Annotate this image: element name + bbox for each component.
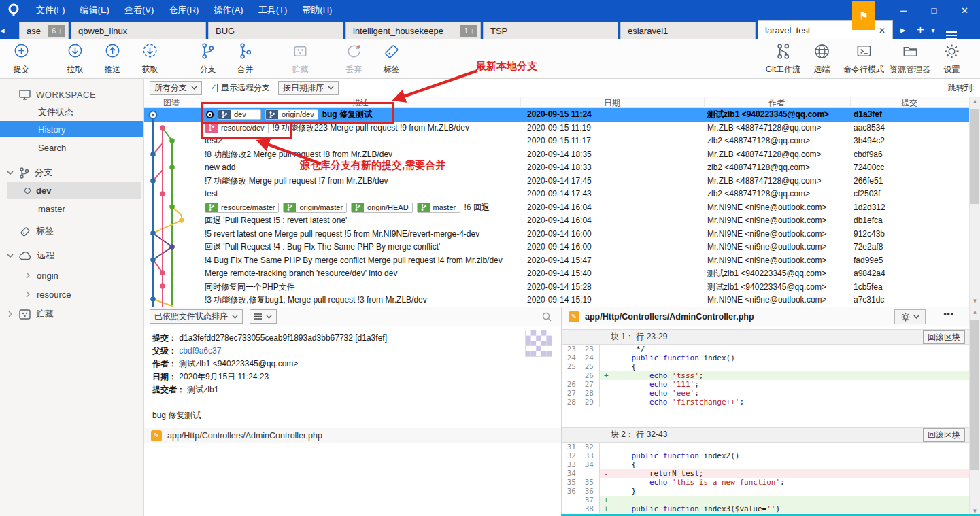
tab-tsp[interactable]: TSP (483, 22, 618, 39)
menu-file[interactable]: 文件(F) (29, 0, 73, 20)
commit-row[interactable]: resource/masterorigin/masterorigin/HEADm… (144, 201, 969, 215)
commit-row[interactable]: !7 功能修改 Merge pull request !7 from Mr.ZL… (144, 175, 969, 188)
tab-eslaravel1[interactable]: eslaravel1 (620, 22, 756, 39)
author-avatar (525, 330, 552, 357)
show-remote-checkbox[interactable]: ✓ (209, 84, 218, 92)
sidebar-remote-resource[interactable]: resource (0, 287, 143, 302)
diff-scrollbar[interactable]: ∧ ∨ (969, 307, 980, 516)
menu-help[interactable]: 帮助(H) (294, 0, 339, 20)
menu-view[interactable]: 查看(V) (117, 0, 161, 20)
sort-select[interactable]: 按日期排序 (278, 81, 339, 95)
commit-row[interactable]: 回退 'Pull Request !4 : Bug FIx The Same P… (144, 241, 969, 254)
commit-row[interactable]: Merge remote-tracking branch 'resource/d… (144, 267, 969, 281)
column-commit[interactable]: 提交 (901, 97, 917, 109)
column-author[interactable]: 作者 (768, 97, 785, 109)
commit-date: 2020-09-15 11:24 (520, 108, 704, 122)
diff-block-title: 块 1： 行 23-29 (611, 332, 667, 341)
commit-row[interactable]: 同时修复同一个PHP文件2020-09-14 15:28测试zlb1 <9402… (144, 281, 969, 294)
tab-scroll-left-icon[interactable]: ◂ (0, 20, 5, 39)
commit-date: 2020-09-14 16:04 (520, 214, 704, 228)
branch-badge-origin-dev[interactable]: origin/dev (265, 109, 318, 120)
more-options-button[interactable]: ••• (943, 309, 954, 319)
pull-button[interactable]: 拉取 (56, 40, 94, 78)
tag-button[interactable]: 标签 (373, 40, 410, 78)
sidebar-branch-dev[interactable]: dev (7, 182, 141, 199)
branch-badge-origin-head[interactable]: origin/HEAD (351, 203, 413, 213)
tab-intelligent-housekeepe[interactable]: intelligent_housekeepe1 ↓ (345, 22, 481, 39)
scroll-up-icon[interactable]: ∧ (970, 307, 980, 318)
branch-button[interactable]: 分支 (189, 40, 226, 78)
merge-button[interactable]: 合并 (226, 40, 264, 78)
commit-row[interactable]: resource/dev!9 功能修改223 Merge pull reques… (144, 122, 969, 135)
commit-row[interactable]: 回退 'Pull Request !5 : revert latest one'… (144, 214, 969, 228)
changed-file-row[interactable]: ✎ app/Http/Controllers/AdminController.p… (144, 428, 561, 443)
commit-row[interactable]: test22020-09-15 11:17zlb2 <488747128@qq.… (144, 135, 969, 148)
sidebar-remote-origin[interactable]: origin (0, 268, 143, 283)
settings-button[interactable]: 设置 (933, 40, 970, 78)
sidebar-section-remotes[interactable]: 远程 (0, 247, 143, 264)
tab-close-icon[interactable]: ✕ (879, 26, 885, 35)
rollback-block-button[interactable]: 回滚区块 (923, 330, 965, 344)
rollback-block-button[interactable]: 回滚区块 (923, 428, 965, 442)
branch-filter-select[interactable]: 所有分支 (150, 81, 202, 95)
maximize-button[interactable]: □ (919, 0, 949, 20)
terminal-button[interactable]: 命令行模式 (841, 40, 887, 78)
flag-button[interactable]: ⚑ (852, 1, 875, 30)
push-button[interactable]: 推送 (94, 40, 131, 78)
menu-repository[interactable]: 仓库(R) (161, 0, 206, 20)
menu-tools[interactable]: 工具(T) (251, 0, 295, 20)
discard-icon (345, 42, 363, 63)
column-description[interactable]: 描述 (352, 97, 369, 109)
tab-ase[interactable]: ase6 ↓ (19, 22, 69, 39)
menu-actions[interactable]: 操作(A) (206, 0, 250, 20)
branch-badge-master[interactable]: master (417, 203, 460, 213)
sidebar-item-history[interactable]: History (0, 121, 143, 137)
commit-row[interactable]: test2020-09-14 17:43zlb2 <488747128@qq.c… (144, 188, 969, 201)
tab-scroll-right-icon[interactable]: ▸ (895, 20, 911, 39)
sidebar-section-branches[interactable]: 分支 (0, 165, 143, 181)
new-tab-button[interactable]: + (911, 20, 930, 39)
tab-bug[interactable]: BUG (208, 22, 343, 39)
sidebar-item-search[interactable]: Search (0, 140, 143, 155)
commit-row[interactable]: !5 revert latest one Merge pull request … (144, 228, 969, 241)
tab-qbweb-linux[interactable]: qbweb_linux (71, 22, 206, 39)
commit-row[interactable]: !8 功能修改2 Merge pull request !8 from Mr.Z… (144, 148, 969, 162)
sidebar-item-file-status[interactable]: 文件状态 (0, 105, 143, 120)
menu-edit[interactable]: 编辑(E) (73, 0, 117, 20)
file-sort-select[interactable]: 已依照文件状态排序 (150, 309, 243, 324)
branch-badge-origin-master[interactable]: origin/master (283, 203, 347, 213)
changed-file-path: app/Http/Controllers/AdminController.php (167, 431, 322, 441)
remote-button[interactable]: 远端 (803, 40, 841, 78)
commit-list-scrollbar[interactable]: ∧ ∨ (969, 97, 980, 307)
commit-row[interactable]: new add2020-09-14 18:33zlb2 <488747128@q… (144, 161, 969, 175)
branch-badge-resource-dev[interactable]: resource/dev (205, 123, 269, 133)
commit-row[interactable]: devorigin/devbug 修复测试2020-09-15 11:24测试z… (144, 108, 969, 122)
commit-row[interactable]: !3 功能修改,修复bug1; Merge pull request !3 fr… (144, 294, 969, 307)
sidebar-section-stash[interactable]: 贮藏 (0, 306, 143, 322)
sidebar-branch-master[interactable]: master (0, 201, 143, 216)
workflow-button[interactable]: Git工作流 (763, 40, 803, 78)
parent-commit-link[interactable]: cbdf9a6c37 (179, 346, 221, 356)
explorer-button[interactable]: 资源管理器 (887, 40, 933, 78)
column-date[interactable]: 日期 (604, 97, 620, 109)
hamburger-menu-icon[interactable] (946, 31, 957, 39)
tab-dropdown-icon[interactable]: ▾ (930, 20, 936, 39)
commit-date: 2020-09-15 11:19 (520, 122, 704, 135)
branch-badge-label: resource/dev (218, 124, 268, 133)
scroll-down-icon[interactable]: ∨ (970, 296, 980, 307)
minimize-button[interactable]: ─ (888, 0, 919, 20)
sidebar-section-tags[interactable]: 标签 (0, 223, 143, 239)
scroll-up-icon[interactable]: ∧ (970, 97, 980, 107)
view-mode-select[interactable] (250, 309, 277, 324)
commit-row[interactable]: !4 Bug FIx The Same PHP By merge conflic… (144, 254, 969, 268)
diff-options-button[interactable] (894, 309, 926, 324)
branch-badge-dev[interactable]: dev (218, 109, 261, 120)
scrollbar-thumb[interactable] (970, 109, 979, 204)
close-button[interactable]: ✕ (949, 0, 980, 20)
commit-button[interactable]: 提交 (3, 40, 40, 78)
fetch-button[interactable]: 获取 (131, 40, 169, 78)
scrollbar-thumb[interactable] (970, 320, 979, 470)
column-graph[interactable]: 图谱 (163, 97, 180, 109)
branch-badge-resource-master[interactable]: resource/master (205, 203, 279, 213)
search-icon[interactable] (542, 312, 552, 322)
